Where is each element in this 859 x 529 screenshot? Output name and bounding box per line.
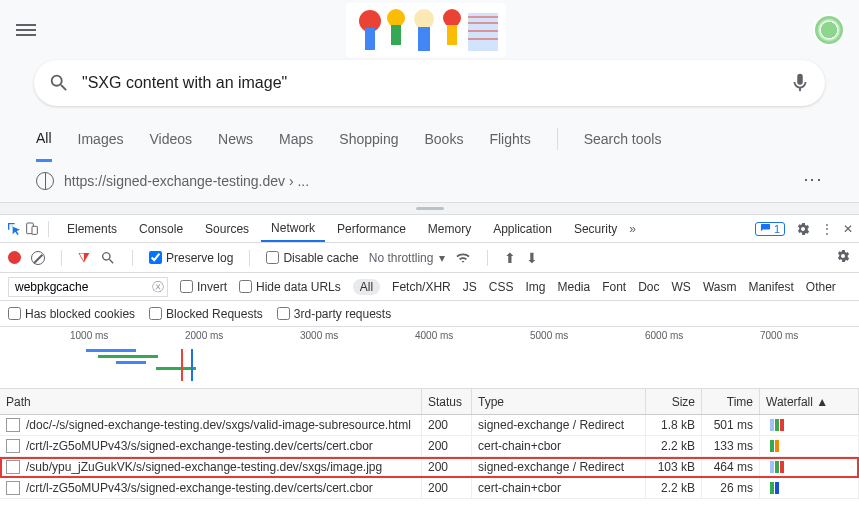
timeline-overview[interactable]: 1000 ms2000 ms3000 ms4000 ms5000 ms6000 … — [0, 327, 859, 389]
device-toggle-icon[interactable] — [24, 221, 40, 237]
timeline-mark: 5000 ms — [530, 330, 568, 341]
filter-type-fetch[interactable]: Fetch/XHR — [392, 280, 451, 294]
upload-har-icon[interactable]: ⬆ — [504, 250, 516, 266]
filter-type-wasm[interactable]: Wasm — [703, 280, 737, 294]
gear-icon[interactable] — [835, 248, 851, 264]
svg-rect-6 — [418, 27, 430, 51]
waterfall-cell — [760, 415, 859, 435]
filter-type-css[interactable]: CSS — [489, 280, 514, 294]
clear-button[interactable] — [31, 251, 45, 265]
panel-performance[interactable]: Performance — [327, 215, 416, 242]
timeline-mark: 4000 ms — [415, 330, 453, 341]
more-panels-icon[interactable]: » — [629, 222, 636, 236]
filter-type-doc[interactable]: Doc — [638, 280, 659, 294]
avatar[interactable] — [813, 14, 845, 46]
gear-icon[interactable] — [795, 221, 811, 237]
search-icon[interactable] — [48, 72, 70, 94]
record-button[interactable] — [8, 251, 21, 264]
tab-news[interactable]: News — [218, 116, 253, 162]
search-tools[interactable]: Search tools — [584, 116, 662, 162]
search-icon[interactable] — [100, 250, 116, 266]
tab-books[interactable]: Books — [424, 116, 463, 162]
svg-point-5 — [414, 9, 434, 29]
filter-icon[interactable]: ⧩ — [78, 249, 90, 266]
table-row[interactable]: /sub/ypu_jZuGukVK/s/signed-exchange-test… — [0, 457, 859, 478]
menu-icon[interactable] — [14, 18, 38, 42]
panel-security[interactable]: Security — [564, 215, 627, 242]
blocked-requests-checkbox[interactable]: Blocked Requests — [149, 307, 263, 321]
table-row[interactable]: /crt/l-zG5oMUPv43/s/signed-exchange-test… — [0, 478, 859, 499]
clear-filter-icon[interactable]: ⓧ — [152, 279, 164, 296]
svg-rect-15 — [32, 226, 37, 234]
more-icon[interactable]: ⋮ — [802, 171, 824, 191]
file-icon — [6, 460, 20, 474]
timeline-mark: 2000 ms — [185, 330, 223, 341]
filter-type-img[interactable]: Img — [525, 280, 545, 294]
col-status[interactable]: Status — [422, 389, 472, 414]
kebab-icon[interactable]: ⋮ — [821, 222, 833, 236]
panel-network[interactable]: Network — [261, 215, 325, 242]
filter-input[interactable] — [8, 277, 168, 297]
panel-application[interactable]: Application — [483, 215, 562, 242]
disable-cache-checkbox[interactable]: Disable cache — [266, 251, 358, 265]
table-row[interactable]: /doc/-/s/signed-exchange-testing.dev/sxg… — [0, 415, 859, 436]
svg-rect-4 — [391, 25, 401, 45]
voice-search-icon[interactable] — [789, 72, 811, 94]
drag-handle[interactable] — [0, 203, 859, 215]
col-waterfall[interactable]: Waterfall ▲ — [760, 389, 859, 414]
panel-console[interactable]: Console — [129, 215, 193, 242]
tab-all[interactable]: All — [36, 116, 52, 162]
network-conditions-icon[interactable] — [455, 250, 471, 266]
col-time[interactable]: Time — [702, 389, 760, 414]
col-path[interactable]: Path — [0, 389, 422, 414]
globe-icon — [36, 172, 54, 190]
invert-checkbox[interactable]: Invert — [180, 280, 227, 294]
timeline-mark: 3000 ms — [300, 330, 338, 341]
filter-type-media[interactable]: Media — [557, 280, 590, 294]
svg-rect-2 — [365, 28, 375, 50]
filter-type-manifest[interactable]: Manifest — [748, 280, 793, 294]
type-cell: signed-exchange / Redirect — [472, 415, 646, 435]
waterfall-cell — [760, 478, 859, 498]
close-icon[interactable]: ✕ — [843, 222, 853, 236]
filter-type-js[interactable]: JS — [463, 280, 477, 294]
col-size[interactable]: Size — [646, 389, 702, 414]
hide-data-urls-checkbox[interactable]: Hide data URLs — [239, 280, 341, 294]
panel-memory[interactable]: Memory — [418, 215, 481, 242]
type-cell: cert-chain+cbor — [472, 436, 646, 456]
separator — [557, 128, 558, 150]
filter-type-all[interactable]: All — [353, 279, 380, 295]
panel-elements[interactable]: Elements — [57, 215, 127, 242]
third-party-checkbox[interactable]: 3rd-party requests — [277, 307, 391, 321]
tab-images[interactable]: Images — [78, 116, 124, 162]
result-url[interactable]: https://signed-exchange-testing.dev › ..… — [64, 173, 309, 189]
tab-shopping[interactable]: Shopping — [339, 116, 398, 162]
preserve-log-checkbox[interactable]: Preserve log — [149, 251, 233, 265]
svg-point-3 — [387, 9, 405, 27]
panel-sources[interactable]: Sources — [195, 215, 259, 242]
issues-badge[interactable]: 1 — [755, 222, 785, 236]
col-type[interactable]: Type — [472, 389, 646, 414]
timeline-mark: 1000 ms — [70, 330, 108, 341]
size-cell: 2.2 kB — [646, 478, 702, 498]
google-doodle[interactable] — [346, 3, 506, 57]
table-row[interactable]: /crt/l-zG5oMUPv43/s/signed-exchange-test… — [0, 436, 859, 457]
inspect-icon[interactable] — [6, 221, 22, 237]
time-cell: 501 ms — [702, 415, 760, 435]
svg-rect-8 — [447, 25, 457, 45]
filter-type-font[interactable]: Font — [602, 280, 626, 294]
waterfall-cell — [760, 457, 859, 477]
download-har-icon[interactable]: ⬇ — [526, 250, 538, 266]
throttling-select[interactable]: No throttling▾ — [369, 251, 446, 265]
tab-maps[interactable]: Maps — [279, 116, 313, 162]
blocked-cookies-checkbox[interactable]: Has blocked cookies — [8, 307, 135, 321]
type-cell: signed-exchange / Redirect — [472, 457, 646, 477]
tab-videos[interactable]: Videos — [149, 116, 192, 162]
status-cell: 200 — [422, 457, 472, 477]
search-input[interactable] — [82, 74, 777, 92]
tab-flights[interactable]: Flights — [489, 116, 530, 162]
filter-type-other[interactable]: Other — [806, 280, 836, 294]
filter-type-ws[interactable]: WS — [672, 280, 691, 294]
file-icon — [6, 418, 20, 432]
file-icon — [6, 481, 20, 495]
